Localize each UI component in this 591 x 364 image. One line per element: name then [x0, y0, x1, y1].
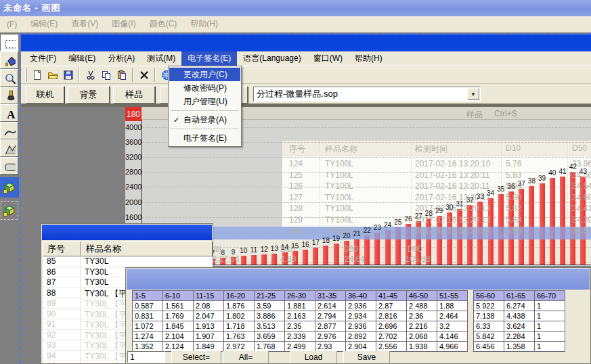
results-cell[interactable]: 2.08 — [193, 300, 224, 311]
results-cell[interactable]: 1.845 — [162, 321, 194, 332]
results-col-header[interactable]: 61-65 — [504, 290, 535, 301]
paint-tool-zoom[interactable] — [0, 69, 18, 87]
results-cell[interactable]: 4.146 — [437, 331, 468, 342]
menu-item-0[interactable]: 更改用户(C) — [169, 68, 240, 81]
menu-item-4[interactable]: ✓自动登录(A) — [169, 113, 240, 127]
sample-col-header-1[interactable]: 样品名称 — [81, 242, 213, 256]
results-cell[interactable]: 1.274 — [132, 331, 163, 342]
results-cell[interactable]: 1.88 — [437, 300, 468, 311]
results-cell[interactable]: 4.438 — [504, 311, 535, 321]
app-button-0[interactable]: 联机 — [26, 86, 64, 104]
save-button[interactable] — [60, 68, 76, 83]
results-cell[interactable]: 5.842 — [473, 331, 504, 342]
select-button[interactable]: Select= — [171, 351, 221, 363]
results-cell[interactable]: 3.624 — [504, 321, 535, 332]
results-cell[interactable]: 3.59 — [254, 300, 285, 311]
results-cell[interactable]: 3.886 — [254, 311, 285, 321]
results-cell[interactable]: 2.068 — [406, 331, 437, 342]
menu-item-1[interactable]: 修改密码(P) — [169, 81, 240, 95]
results-cell[interactable]: 2.464 — [437, 311, 468, 321]
paint-tool-polygon[interactable] — [0, 139, 18, 157]
results-col-header[interactable]: 51-55 — [437, 290, 468, 301]
open-button[interactable] — [45, 68, 60, 83]
count-input[interactable] — [127, 351, 165, 363]
menu-item-2[interactable]: 用户管理(U) — [169, 95, 240, 108]
save-button[interactable]: Save — [343, 351, 390, 363]
results-col-header[interactable]: 1-5 — [132, 290, 163, 301]
results-cell[interactable]: 1.763 — [223, 331, 255, 342]
results-cell[interactable]: 1.561 — [162, 300, 194, 311]
results-cell[interactable]: 2.284 — [504, 331, 535, 342]
cut-button[interactable] — [83, 68, 98, 83]
results-cell[interactable]: 2.614 — [315, 300, 346, 311]
paint-tool-rounded-rect[interactable] — [0, 157, 18, 175]
results-cell[interactable]: 1.718 — [223, 321, 255, 332]
results-cell[interactable]: 1 — [534, 321, 565, 332]
results-cell[interactable]: 2.216 — [406, 321, 437, 332]
app-shortcut-cube-1[interactable] — [0, 200, 19, 221]
new-button[interactable] — [29, 68, 45, 83]
results-cell[interactable]: 1 — [534, 331, 565, 342]
results-cell[interactable]: 7.138 — [473, 311, 504, 321]
results-cell[interactable]: 5.922 — [473, 300, 504, 311]
results-col-header[interactable]: 31-35 — [315, 290, 346, 301]
results-col-header[interactable]: 66-70 — [534, 290, 565, 301]
results-cell[interactable]: 2.936 — [345, 300, 376, 311]
app-menu-item-7[interactable]: 帮助(H) — [349, 51, 389, 66]
results-cell[interactable]: 0.831 — [132, 311, 163, 321]
results-cell[interactable]: 2.892 — [345, 331, 376, 342]
results-cell[interactable]: 1 — [534, 311, 565, 321]
paint-menu-item-5[interactable]: 帮助(H) — [183, 18, 225, 30]
sop-combobox[interactable]: 分过程-微量样品.sop ▼ — [253, 87, 481, 101]
results-cell[interactable]: 2.794 — [315, 311, 346, 321]
results-cell[interactable]: 2.488 — [406, 300, 437, 311]
app-menu-item-6[interactable]: 窗口(W) — [307, 51, 349, 66]
paste-button[interactable] — [114, 68, 129, 83]
results-cell[interactable]: 2.934 — [345, 311, 376, 321]
results-cell[interactable]: 1.913 — [193, 321, 224, 332]
paint-tool-text[interactable]: A — [0, 104, 18, 122]
results-col-header[interactable]: 21-25 — [254, 290, 285, 301]
sample-row-85[interactable]: 85TY30L — [43, 256, 213, 267]
results-cell[interactable]: 2.877 — [315, 321, 346, 332]
results-col-header[interactable]: 41-45 — [376, 290, 407, 301]
paint-tool-brush[interactable] — [0, 87, 18, 104]
app-menu-item-0[interactable]: 文件(F) — [24, 51, 62, 66]
results-col-header[interactable]: 46-50 — [406, 290, 437, 301]
app-menu-item-1[interactable]: 编辑(E) — [62, 51, 102, 66]
results-cell[interactable]: 1.876 — [223, 300, 255, 311]
app-menu-item-3[interactable]: 测试(M) — [141, 51, 181, 66]
results-cell[interactable]: 2.047 — [193, 311, 224, 321]
results-cell[interactable]: 1.802 — [223, 311, 255, 321]
paint-menu-item-3[interactable]: 图像(I) — [105, 18, 142, 30]
results-cell[interactable]: 1.881 — [284, 300, 315, 311]
chevron-down-icon[interactable]: ▼ — [467, 88, 479, 100]
app-shortcut-cube-0[interactable] — [0, 177, 19, 198]
results-cell[interactable]: 0.587 — [132, 300, 163, 311]
results-cell[interactable]: 2.702 — [376, 331, 407, 342]
results-cell[interactable]: 2.104 — [162, 331, 194, 342]
app-menu-item-4[interactable]: 电子签名(E) — [181, 51, 237, 66]
paint-menu-item-1[interactable]: 编辑(E) — [24, 18, 64, 30]
results-cell[interactable]: 3.2 — [437, 321, 468, 332]
paint-menu-item-0[interactable]: (F) — [0, 20, 24, 29]
paint-tool-curve[interactable] — [0, 122, 18, 139]
results-col-header[interactable]: 11-15 — [193, 290, 224, 301]
results-col-header[interactable]: 36-40 — [345, 290, 376, 301]
app-menu-item-2[interactable]: 分析(A) — [102, 51, 141, 66]
menu-item-6[interactable]: 电子签名(E) — [169, 131, 240, 145]
results-cell[interactable]: 1 — [534, 300, 565, 311]
results-cell[interactable]: 2.936 — [345, 321, 376, 332]
sample-col-header-0[interactable]: 序号 — [43, 242, 81, 256]
results-col-header[interactable]: 56-60 — [473, 290, 504, 301]
results-cell[interactable]: 3.513 — [254, 321, 285, 332]
paint-menu-item-4[interactable]: 颜色(C) — [143, 18, 184, 30]
results-col-header[interactable]: 26-30 — [284, 290, 315, 301]
results-cell[interactable]: 1.072 — [132, 321, 163, 332]
paint-menu-item-2[interactable]: 查看(V) — [64, 18, 105, 30]
results-cell[interactable]: 6.274 — [504, 300, 535, 311]
all-button[interactable]: All= — [223, 351, 269, 363]
results-cell[interactable]: 2.696 — [376, 321, 407, 332]
paint-tool-fill[interactable] — [0, 51, 18, 69]
copy-button[interactable] — [98, 68, 114, 83]
